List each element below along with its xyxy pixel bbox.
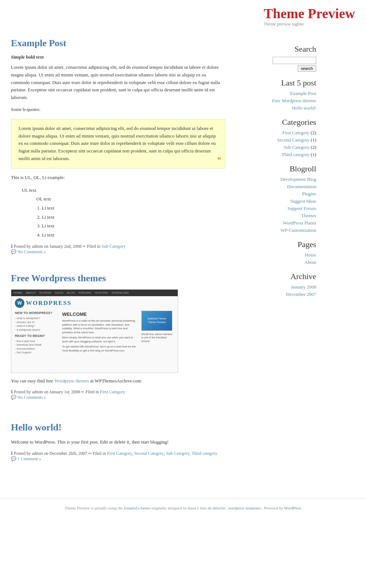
cat-link-second[interactable]: Second Category (134, 451, 164, 456)
sidebar: Search search Last 5 post Example Post F… (236, 38, 316, 480)
post-meta-3: ℹ Posted by admin on December 26th, 2007… (11, 450, 225, 462)
comments-link-1[interactable]: No Comments » (17, 249, 46, 254)
categories-heading: Categories (236, 118, 316, 127)
wp-logo-text: WORDPRESS (26, 299, 72, 307)
archive-link-1[interactable]: December 2007 (286, 291, 316, 297)
info-icon-2: ℹ (11, 389, 13, 394)
cat-count-2: (2) (311, 144, 316, 150)
wp-center-col: WELCOME WordPress is a state-of-the-art … (62, 311, 138, 355)
list-item: WordPress Planet (236, 220, 316, 226)
site-title: Theme Preview (264, 5, 355, 21)
list-item: Sub Category (2) (236, 144, 316, 150)
free-wp-text2: at WPThemesArchive.com (90, 378, 141, 384)
free-wp-content: HOME ABOUT EXTEND DOCS BLOG FORUMS HOSTI… (11, 289, 225, 385)
footer-theme-link[interactable]: ZimpleZa theme (124, 506, 150, 510)
blogroll-link-3[interactable]: Suggest Ideas (290, 198, 316, 204)
last5-link-0[interactable]: Example Post (290, 91, 316, 96)
search-input[interactable] (273, 57, 316, 64)
list-item: Support Forum (236, 206, 316, 211)
comment-icon-1: 💬 (11, 249, 16, 254)
blogroll-link-7[interactable]: WP Customization (281, 227, 316, 233)
list-item: Example Post (236, 91, 316, 96)
wp-screenshot-thumb: Selected ThemeTheme Preview (141, 311, 172, 331)
archive-list: January 2008 December 2007 (236, 284, 316, 297)
list-item: Hello world! (236, 105, 316, 111)
category-link-2[interactable]: First Category (100, 389, 125, 394)
blogroll-link-5[interactable]: Themes (301, 213, 316, 218)
footer-text2: originally designed by (151, 506, 187, 510)
comments-link-2[interactable]: No Comments » (17, 395, 46, 400)
post-title-free-wp: Free Wordpress themes (11, 273, 225, 284)
post-author-3: Posted by admin on December 26th, 2007 (14, 451, 87, 456)
blogroll-list: Development Blog Documentation Plugins S… (236, 176, 316, 233)
page-link-0[interactable]: Home (305, 252, 316, 258)
filed-in-3: Filed in (93, 451, 107, 456)
nav-docs: DOCS (55, 291, 63, 294)
footer-leyes-link[interactable]: leyes (188, 506, 196, 510)
nav-hosting: HOSTING (95, 291, 108, 294)
bquote-text: Lorem ipsum dolor sit amet, consectetur … (19, 126, 216, 161)
cat-link-3[interactable]: Third category (282, 152, 310, 157)
list-item: Li text (42, 204, 225, 213)
cat-link-1[interactable]: Second Category (277, 137, 309, 143)
footer-foro-link[interactable]: foro de derecho (200, 506, 225, 510)
post-subtitle: Simple bold text (11, 54, 225, 60)
bquote-label: Some b-quotes: (11, 106, 225, 114)
list-item: December 2007 (236, 291, 316, 297)
post-author-1: Posted by admin on January 2nd, 2008 (14, 244, 81, 249)
last5-link-2[interactable]: Hello world! (292, 105, 316, 111)
free-wp-para: You can easy find free Wordpress themes … (11, 377, 225, 385)
blogroll-link-4[interactable]: Support Forum (287, 206, 316, 211)
blogroll-link-0[interactable]: Development Blog (280, 176, 316, 182)
search-button[interactable]: search (298, 65, 316, 72)
cat-link-sub[interactable]: Sub Category (166, 451, 189, 456)
list-item: Themes (236, 213, 316, 219)
post-free-wp: Free Wordpress themes HOME ABOUT EXTEND … (11, 273, 225, 401)
site-tagline: Theme preview tagline (264, 21, 355, 27)
post-hello-world: Hello world! Welcome to WordPress. This … (11, 422, 225, 462)
cat-count-0: (2) (311, 130, 316, 135)
search-box: search (236, 57, 316, 72)
list-item: Li text (42, 213, 225, 222)
archive-link-0[interactable]: January 2008 (291, 284, 316, 290)
list-item: Suggest Ideas (236, 198, 316, 204)
last5-link-1[interactable]: Free Wordpress themes (272, 98, 316, 103)
edit-icon-2: ✏ (81, 390, 84, 394)
footer: Theme Preview is proudly using the Zimpl… (0, 498, 366, 517)
list-item: Home (236, 252, 316, 258)
cat-link-2[interactable]: Sub Category (283, 144, 309, 150)
filed-in-2: Filed in (85, 389, 99, 394)
cat-link-third[interactable]: Third category (192, 451, 217, 456)
list-item: Li text (42, 222, 225, 231)
nav-home: HOME (13, 291, 22, 294)
list-item: January 2008 (236, 284, 316, 290)
comment-icon-2: 💬 (11, 395, 16, 400)
search-heading: Search (236, 44, 316, 54)
wp-right-col: Selected ThemeTheme Preview WordPress' a… (141, 311, 174, 355)
page-link-1[interactable]: About (305, 259, 317, 265)
nav-extend: EXTEND (40, 291, 51, 294)
filed-in-1: Filed in (87, 244, 100, 249)
category-link-1[interactable]: Sub Category (101, 244, 125, 249)
footer-sep2: , (226, 506, 228, 510)
list-item: Development Blog (236, 176, 316, 182)
last5-heading: Last 5 post (236, 78, 316, 88)
list-item: Documentation (236, 184, 316, 190)
nav-about: ABOUT (26, 291, 36, 294)
footer-wp-templates-link[interactable]: wordpress templates (228, 506, 261, 510)
wp-themes-link[interactable]: Wordpress themes (54, 378, 89, 384)
comments-link-3[interactable]: 1 Comment » (17, 456, 41, 461)
last5-list: Example Post Free Wordpress themes Hello… (236, 91, 316, 111)
cat-count-1: (1) (311, 137, 316, 143)
blogroll-link-6[interactable]: WordPress Planet (283, 220, 316, 226)
cat-link-0[interactable]: First Category (282, 130, 310, 135)
blockquote: Lorem ipsum dolor sit amet, consectetur … (11, 119, 225, 168)
list-intro: This is UL, OL, Li example: (11, 174, 225, 182)
blogroll-link-2[interactable]: Plugins (302, 191, 316, 196)
post-meta-2: ℹ Posted by admin on January 1st, 2008 ✏… (11, 389, 225, 400)
footer-text3: . Powered by (262, 506, 283, 510)
pages-heading: Pages (236, 240, 316, 249)
cat-link-first[interactable]: First Category (107, 451, 132, 456)
footer-wp-link[interactable]: WordPress (284, 506, 301, 510)
blogroll-link-1[interactable]: Documentation (287, 184, 316, 189)
